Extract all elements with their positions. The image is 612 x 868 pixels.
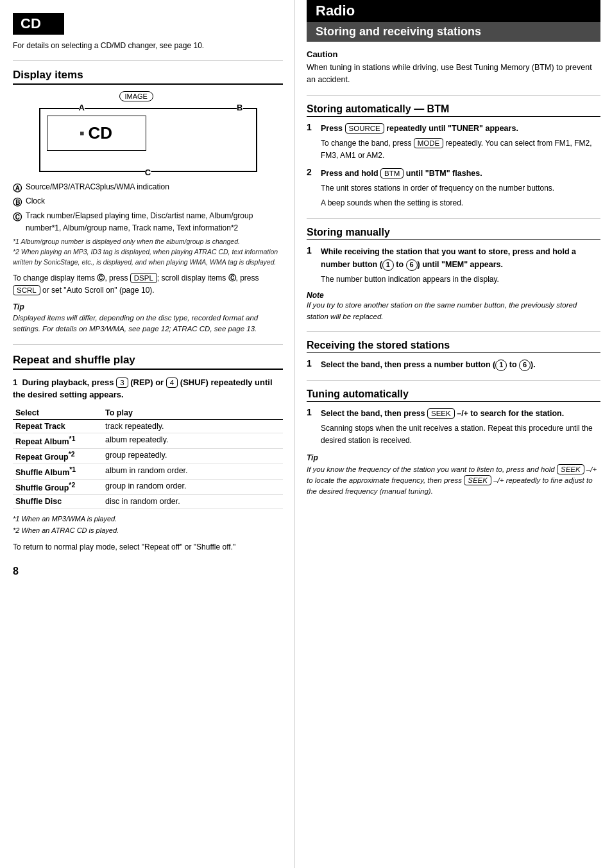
table-row: Shuffle Group*2group in random order. xyxy=(13,480,283,495)
btm-step-num-2: 2 xyxy=(307,167,317,209)
legend-circle-a: Ⓐ xyxy=(13,181,23,195)
btm-step-2-bold: Press and hold BTM until "BTM" flashes. xyxy=(321,169,482,178)
table-cell-play: album in random order. xyxy=(103,464,283,479)
legend-text-c: Track number/Elapsed playing time, Disc/… xyxy=(26,210,283,234)
tuning-section: Tuning automatically 1 Select the band, … xyxy=(307,388,600,497)
dspl-note: To change display items Ⓒ, press DSPL; s… xyxy=(13,272,283,296)
repeat-title: Repeat and shuffle play xyxy=(13,354,283,370)
rep-kbd: 3 xyxy=(116,378,128,388)
receiving-step-1-bold: Select the band, then press a number but… xyxy=(321,360,536,369)
table-cell-play: track repeatedly. xyxy=(103,419,283,433)
display-items-title: Display items xyxy=(13,69,283,85)
manual-step-1-content: While receiving the station that you wan… xyxy=(321,245,600,286)
radio-title: Radio xyxy=(316,3,355,19)
table-row: Repeat Group*2group repeatedly. xyxy=(13,448,283,464)
divider-2 xyxy=(13,344,283,345)
seek-kbd-3: SEEK xyxy=(464,475,491,485)
btm-step-1: 1 Press SOURCE repeatedly until "TUNER" … xyxy=(307,122,600,162)
tip-block: Tip Displayed items will differ, dependi… xyxy=(13,301,283,335)
scrl-kbd: SCRL xyxy=(13,285,40,295)
divider-r1 xyxy=(307,95,600,96)
table-cell-select: Shuffle Album*1 xyxy=(13,464,103,479)
manual-title: Storing manually xyxy=(307,227,600,240)
radio-header-bar: Radio xyxy=(307,0,600,22)
btm-step-2-sub2: A beep sounds when the setting is stored… xyxy=(321,197,554,209)
btm-step-2-content: Press and hold BTM until "BTM" flashes. … xyxy=(321,167,554,209)
table-cell-select: Shuffle Disc xyxy=(13,495,103,508)
right-column: Radio Storing and receiving stations Cau… xyxy=(295,0,612,868)
receiving-step-num-1: 1 xyxy=(307,358,317,371)
manual-step-1-bold: While receiving the station that you wan… xyxy=(321,247,576,269)
footnote-2: *2 When playing an MP3, ID3 tag is displ… xyxy=(13,247,283,268)
cd-icon: ▦ CD xyxy=(80,123,112,143)
legend-text-a: Source/MP3/ATRAC3plus/WMA indication xyxy=(26,181,169,193)
btm-kbd: BTM xyxy=(380,168,404,178)
circle-r1: 1 xyxy=(495,360,507,371)
source-kbd: SOURCE xyxy=(345,123,384,134)
receiving-title: Receiving the stored stations xyxy=(307,340,600,353)
legend-circle-c: Ⓒ xyxy=(13,210,23,224)
table-cell-play: group repeatedly. xyxy=(103,448,283,464)
manual-note-text: If you try to store another station on t… xyxy=(307,300,600,322)
diagram-box: ▦ CD A B C xyxy=(39,108,257,172)
circle-r6: 6 xyxy=(519,360,531,371)
btm-title: Storing automatically — BTM xyxy=(307,103,600,117)
divider-r4 xyxy=(307,380,600,381)
return-note: To return to normal play mode, select "R… xyxy=(13,541,283,553)
receiving-step-1-content: Select the band, then press a number but… xyxy=(321,358,536,371)
legend-item-c: Ⓒ Track number/Elapsed playing time, Dis… xyxy=(13,210,283,234)
page: CD For details on selecting a CD/MD chan… xyxy=(0,0,612,868)
label-b: B xyxy=(237,103,242,112)
step-block-1: 1 During playback, press 3 (REP) or 4 (S… xyxy=(13,376,283,401)
play-table: Select To play Repeat Tracktrack repeate… xyxy=(13,406,283,509)
tip-text: Displayed items will differ, depending o… xyxy=(13,313,283,335)
btm-step-2-sub1: The unit stores stations in order of fre… xyxy=(321,182,554,195)
divider-1 xyxy=(13,60,283,61)
caution-text: When tuning in stations while driving, u… xyxy=(307,62,600,86)
circle-1: 1 xyxy=(382,259,394,271)
btm-step-1-sub: To change the band, press MODE repeatedl… xyxy=(321,137,600,162)
table-cell-select: Shuffle Group*2 xyxy=(13,480,103,495)
table-cell-play: disc in random order. xyxy=(103,495,283,508)
btm-step-num-1: 1 xyxy=(307,122,317,162)
tuning-step-1-sub1: Scanning stops when the unit receives a … xyxy=(321,422,600,447)
dspl-kbd: DSPL xyxy=(130,273,157,283)
legend-circle-b: Ⓑ xyxy=(13,195,23,209)
tuning-tip: Tip If you know the frequency of the sta… xyxy=(307,452,600,497)
table-header-play: To play xyxy=(103,406,283,420)
tuning-step-1-bold: Select the band, then press SEEK –/+ to … xyxy=(321,409,564,418)
label-c: C xyxy=(145,168,151,177)
shuf-kbd: 4 xyxy=(166,378,178,388)
divider-r3 xyxy=(307,331,600,332)
table-header-select: Select xyxy=(13,406,103,420)
manual-note-title: Note xyxy=(307,291,600,300)
table-footnotes: *1 When an MP3/WMA is played. *2 When an… xyxy=(13,514,283,536)
cd-header: CD xyxy=(13,13,64,35)
display-diagram: IMAGE ▦ CD A xyxy=(39,91,257,172)
footnote-1: *1 Album/group number is displayed only … xyxy=(13,237,283,247)
page-number: 8 xyxy=(13,566,283,577)
legend-item-a: Ⓐ Source/MP3/ATRAC3plus/WMA indication xyxy=(13,181,283,195)
tuning-tip-label: Tip xyxy=(307,453,318,462)
label-a: A xyxy=(79,103,85,112)
table-row: Repeat Album*1album repeatedly. xyxy=(13,433,283,448)
caution-title: Caution xyxy=(307,49,600,59)
receiving-section: Receiving the stored stations 1 Select t… xyxy=(307,340,600,371)
table-cell-play: group in random order. xyxy=(103,480,283,495)
manual-section: Storing manually 1 While receiving the s… xyxy=(307,227,600,322)
step-num-1: 1 xyxy=(13,378,17,387)
receiving-step-1: 1 Select the band, then press a number b… xyxy=(307,358,600,371)
diagram-inner: ▦ CD xyxy=(47,116,146,151)
step-1-header: 1 During playback, press 3 (REP) or 4 (S… xyxy=(13,376,283,401)
repeat-section: Repeat and shuffle play 1 During playbac… xyxy=(13,354,283,578)
manual-step-1: 1 While receiving the station that you w… xyxy=(307,245,600,286)
table-cell-select: Repeat Group*2 xyxy=(13,448,103,464)
tuning-tip-text: If you know the frequency of the station… xyxy=(307,464,600,498)
storing-bar: Storing and receiving stations xyxy=(307,22,600,42)
table-cell-select: Repeat Track xyxy=(13,419,103,433)
cd-description: For details on selecting a CD/MD changer… xyxy=(13,40,283,51)
legend-text-b: Clock xyxy=(26,195,45,207)
table-cell-play: album repeatedly. xyxy=(103,433,283,448)
footnotes: *1 Album/group number is displayed only … xyxy=(13,237,283,267)
legend: Ⓐ Source/MP3/ATRAC3plus/WMA indication Ⓑ… xyxy=(13,181,283,234)
